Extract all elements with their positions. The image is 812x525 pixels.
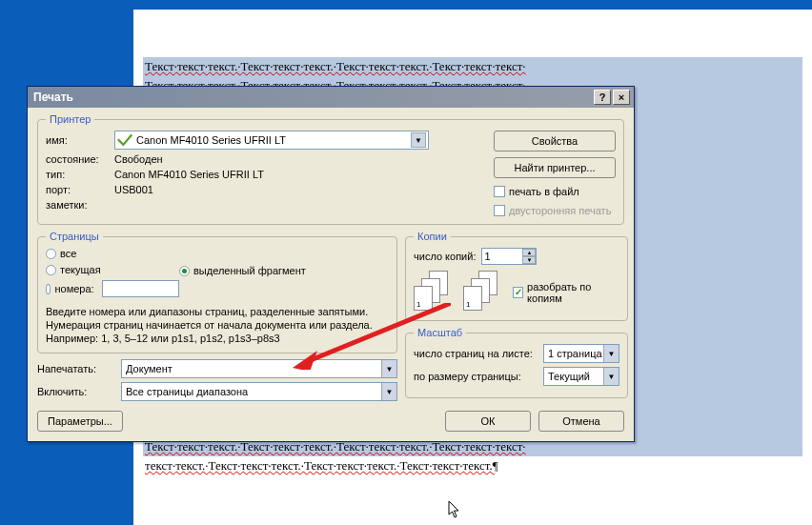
printer-port-label: порт: bbox=[46, 184, 114, 195]
find-printer-button[interactable]: Найти принтер... bbox=[494, 157, 616, 178]
include-label: Включить: bbox=[37, 386, 115, 397]
include-value: Все страницы диапазона bbox=[126, 386, 248, 397]
close-button[interactable]: × bbox=[613, 90, 630, 105]
copies-spinner[interactable]: ▲ ▼ bbox=[481, 248, 537, 265]
titlebar[interactable]: Печать ? × bbox=[28, 87, 634, 108]
printer-status-label: состояние: bbox=[46, 153, 114, 165]
doc-line-last: текст·текст.·Текст·текст·текст.·Текст·те… bbox=[143, 456, 802, 475]
fit-to-page-combo[interactable]: Текущий ▼ bbox=[543, 367, 619, 386]
collate-illustration: 3 2 1 bbox=[463, 271, 501, 313]
properties-button[interactable]: Свойства bbox=[494, 131, 616, 151]
printer-select[interactable]: Canon MF4010 Series UFRII LT ▼ bbox=[114, 131, 429, 150]
scale-legend: Масштаб bbox=[414, 327, 466, 338]
page-icon: 1 bbox=[463, 286, 482, 311]
dialog-title: Печать bbox=[33, 91, 592, 104]
print-what-label: Напечатать: bbox=[37, 363, 115, 374]
printer-name-label: имя: bbox=[46, 134, 114, 146]
chevron-down-icon[interactable]: ▼ bbox=[603, 345, 619, 362]
copies-legend: Копии bbox=[414, 231, 451, 242]
radio-numbers-label: номера: bbox=[54, 283, 93, 294]
scale-group: Масштаб число страниц на листе: 1 страни… bbox=[405, 327, 628, 398]
mouse-cursor-icon bbox=[448, 500, 461, 519]
pages-group: Страницы все текущая bbox=[37, 231, 397, 353]
radio-all-label: все bbox=[60, 248, 76, 259]
radio-all[interactable] bbox=[46, 249, 56, 259]
printer-type-value: Canon MF4010 Series UFRII LT bbox=[114, 169, 264, 180]
collate-checkbox[interactable] bbox=[513, 287, 523, 298]
radio-current-label: текущая bbox=[60, 264, 101, 275]
include-combo[interactable]: Все страницы диапазона ▼ bbox=[121, 382, 397, 401]
printer-group: Принтер имя: Canon MF4010 Series UFRII L… bbox=[37, 113, 624, 225]
radio-selection-label: выделенный фрагмент bbox=[193, 265, 306, 276]
print-to-file-label: печать в файл bbox=[509, 186, 579, 197]
spin-up-icon[interactable]: ▲ bbox=[522, 249, 536, 256]
printer-type-label: тип: bbox=[46, 169, 114, 180]
radio-current[interactable] bbox=[46, 265, 56, 275]
printer-notes-label: заметки: bbox=[46, 199, 114, 211]
radio-selection[interactable] bbox=[179, 266, 190, 276]
pages-per-sheet-value: 1 страница bbox=[548, 348, 602, 359]
chevron-down-icon[interactable]: ▼ bbox=[381, 360, 396, 377]
chevron-down-icon[interactable]: ▼ bbox=[603, 368, 619, 385]
ok-button[interactable]: ОК bbox=[445, 411, 531, 432]
copies-input[interactable] bbox=[482, 249, 522, 264]
chevron-down-icon[interactable]: ▼ bbox=[411, 132, 426, 148]
printer-name-value: Canon MF4010 Series UFRII LT bbox=[136, 134, 411, 146]
chevron-down-icon[interactable]: ▼ bbox=[381, 383, 396, 400]
duplex-label: двусторонняя печать bbox=[509, 205, 611, 216]
options-button[interactable]: Параметры... bbox=[37, 411, 123, 432]
help-button[interactable]: ? bbox=[594, 90, 611, 105]
copies-count-label: число копий: bbox=[414, 251, 476, 262]
print-what-combo[interactable]: Документ ▼ bbox=[121, 359, 397, 378]
print-to-file-checkbox[interactable] bbox=[494, 186, 505, 197]
pages-hint: Введите номера или диапазоны страниц, ра… bbox=[46, 306, 389, 345]
duplex-checkbox[interactable] bbox=[494, 205, 505, 216]
cancel-button[interactable]: Отмена bbox=[538, 411, 624, 432]
copies-group: Копии число копий: ▲ ▼ 3 bbox=[405, 231, 628, 321]
radio-numbers[interactable] bbox=[46, 284, 51, 294]
pages-legend: Страницы bbox=[46, 231, 103, 242]
printer-port-value: USB001 bbox=[114, 184, 153, 195]
pages-per-sheet-label: число страниц на листе: bbox=[414, 348, 538, 359]
print-what-value: Документ bbox=[126, 363, 173, 374]
doc-line: Текст·текст·текст.·Текст·текст·текст.·Те… bbox=[143, 57, 802, 76]
printer-legend: Принтер bbox=[46, 113, 94, 125]
printer-icon bbox=[117, 132, 132, 148]
spin-down-icon[interactable]: ▼ bbox=[522, 256, 536, 264]
page-numbers-input[interactable] bbox=[102, 280, 179, 297]
printer-status-value: Свободен bbox=[114, 153, 163, 165]
collate-label: разобрать по копиям bbox=[527, 281, 619, 304]
print-dialog: Печать ? × Принтер имя: Canon MF4010 Ser… bbox=[27, 86, 635, 442]
fit-to-page-label: по размеру страницы: bbox=[414, 371, 538, 382]
page-icon: 1 bbox=[414, 286, 433, 311]
collate-illustration: 3 2 1 bbox=[414, 271, 452, 313]
fit-to-page-value: Текущий bbox=[548, 371, 590, 382]
pages-per-sheet-combo[interactable]: 1 страница ▼ bbox=[543, 344, 619, 363]
